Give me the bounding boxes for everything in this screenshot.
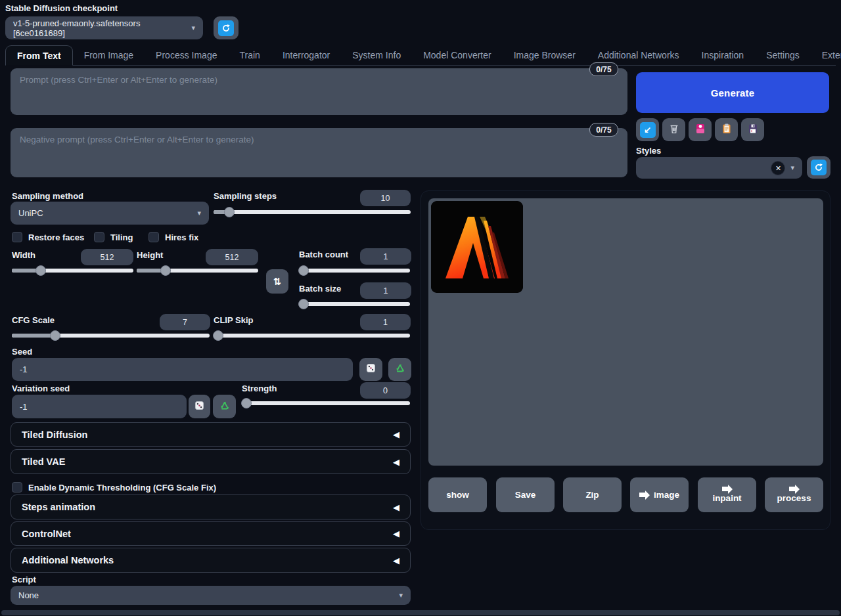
- tab-system-info[interactable]: System Info: [341, 45, 412, 65]
- recycle-icon: [394, 363, 405, 376]
- strength-slider[interactable]: [242, 398, 410, 408]
- hires-fix-checkbox[interactable]: Hires fix: [148, 232, 198, 242]
- clip-skip-value[interactable]: 1: [360, 314, 411, 330]
- accordion-tiled-diffusion[interactable]: Tiled Diffusion ◀: [11, 422, 411, 447]
- accordion-controlnet[interactable]: ControlNet ◀: [11, 521, 411, 546]
- refresh-icon: [811, 160, 827, 175]
- apply-style-button[interactable]: [715, 118, 738, 141]
- cfg-scale-value[interactable]: 7: [160, 314, 210, 330]
- send-to-inpaint-button[interactable]: inpaint: [698, 477, 756, 512]
- accordion-tiled-vae[interactable]: Tiled VAE ◀: [11, 449, 411, 474]
- height-slider[interactable]: [137, 265, 258, 276]
- chevron-left-icon: ◀: [393, 457, 399, 467]
- height-value[interactable]: 512: [206, 249, 258, 265]
- script-value: None: [18, 590, 39, 600]
- accordion-steps-animation[interactable]: Steps animation ◀: [11, 495, 411, 519]
- accordion-additional-networks[interactable]: Additional Networks ◀: [11, 548, 411, 573]
- width-slider[interactable]: [12, 265, 133, 276]
- checkpoint-select[interactable]: v1-5-pruned-emaonly.safetensors [6ce0161…: [5, 16, 203, 39]
- refresh-icon: [218, 20, 234, 36]
- tab-process-image[interactable]: Process Image: [145, 45, 228, 65]
- horizontal-scrollbar[interactable]: [1, 610, 840, 615]
- clip-skip-slider[interactable]: [214, 330, 410, 341]
- save-button[interactable]: Save: [496, 477, 555, 512]
- sampling-steps-value[interactable]: 10: [360, 190, 411, 206]
- sampling-method-label: Sampling method: [12, 191, 83, 201]
- gallery: [428, 198, 823, 466]
- extra-networks-button[interactable]: [689, 118, 712, 141]
- width-label: Width: [12, 250, 35, 260]
- variation-random-button[interactable]: [189, 395, 210, 418]
- tab-settings[interactable]: Settings: [755, 45, 811, 65]
- restore-faces-label: Restore faces: [28, 232, 84, 242]
- tiling-label: Tiling: [110, 232, 133, 242]
- cfg-scale-slider[interactable]: [12, 330, 210, 341]
- arrow-right-icon: [639, 493, 645, 497]
- variation-seed-input[interactable]: [12, 395, 187, 418]
- tab-bar: From Text From Image Process Image Train…: [5, 45, 836, 66]
- dynamic-thresholding-checkbox[interactable]: Enable Dynamic Thresholding (CFG Scale F…: [12, 482, 216, 493]
- script-select[interactable]: None ▾: [11, 586, 411, 605]
- prompt-input[interactable]: [11, 68, 627, 115]
- dice-icon: [365, 363, 376, 376]
- tab-from-image[interactable]: From Image: [73, 45, 145, 65]
- batch-size-slider[interactable]: [299, 299, 410, 309]
- tiling-checkbox[interactable]: Tiling: [94, 232, 133, 242]
- script-label: Script: [12, 575, 36, 584]
- dice-icon: [194, 400, 205, 414]
- tab-train[interactable]: Train: [228, 45, 271, 65]
- swap-dimensions-button[interactable]: ⇅: [266, 269, 288, 294]
- paste-params-button[interactable]: ↙: [636, 118, 659, 141]
- clear-prompt-button[interactable]: [662, 118, 685, 141]
- close-icon: ×: [775, 163, 781, 173]
- batch-count-value[interactable]: 1: [360, 248, 411, 265]
- seed-input[interactable]: [12, 358, 353, 381]
- prompt-token-counter: 0/75: [589, 62, 618, 76]
- prompt-container: [11, 68, 627, 115]
- seed-reuse-button[interactable]: [388, 358, 411, 381]
- show-button[interactable]: show: [428, 477, 487, 512]
- restore-faces-checkbox[interactable]: Restore faces: [12, 232, 84, 242]
- send-to-image-button[interactable]: image: [630, 477, 689, 512]
- tab-from-text[interactable]: From Text: [5, 45, 73, 66]
- sampling-steps-slider[interactable]: [214, 207, 411, 217]
- tab-interrogator[interactable]: Interrogator: [271, 45, 341, 65]
- cfg-scale-label: CFG Scale: [12, 315, 55, 325]
- zip-button[interactable]: Zip: [563, 477, 622, 512]
- checkbox-icon: [148, 232, 159, 242]
- checkbox-icon: [94, 232, 104, 242]
- dynamic-thresholding-label: Enable Dynamic Thresholding (CFG Scale F…: [28, 483, 216, 493]
- chevron-left-icon: ◀: [393, 502, 399, 512]
- styles-select[interactable]: × ▾: [636, 157, 802, 179]
- checkpoint-refresh-button[interactable]: [214, 16, 239, 39]
- save-style-button[interactable]: [741, 118, 764, 141]
- batch-size-value[interactable]: 1: [360, 282, 411, 299]
- batch-count-slider[interactable]: [299, 265, 410, 276]
- gallery-thumbnail[interactable]: [431, 201, 523, 293]
- chevron-down-icon: ▾: [790, 164, 794, 172]
- arrow-right-icon: [722, 487, 728, 491]
- chevron-down-icon: ▾: [191, 24, 195, 32]
- apply-style-icon: [721, 123, 733, 137]
- batch-count-label: Batch count: [299, 250, 348, 259]
- negative-prompt-input[interactable]: [11, 128, 627, 177]
- styles-refresh-button[interactable]: [807, 156, 830, 179]
- width-value[interactable]: 512: [81, 249, 133, 265]
- strength-value[interactable]: 0: [360, 382, 411, 399]
- tab-extensions[interactable]: Extensions: [811, 45, 841, 65]
- checkbox-icon: [12, 482, 22, 493]
- send-to-process-button[interactable]: process: [765, 477, 823, 512]
- variation-reuse-button[interactable]: [213, 395, 236, 418]
- paste-params-icon: ↙: [640, 122, 656, 138]
- height-label: Height: [137, 250, 163, 260]
- tab-inspiration[interactable]: Inspiration: [691, 45, 756, 65]
- sampling-method-select[interactable]: UniPC ▾: [11, 202, 209, 225]
- generate-button[interactable]: Generate: [636, 72, 829, 113]
- styles-clear-button[interactable]: ×: [771, 161, 785, 175]
- generated-image-logo: [431, 201, 523, 293]
- batch-size-label: Batch size: [299, 284, 341, 294]
- tab-image-browser[interactable]: Image Browser: [503, 45, 587, 65]
- negative-prompt-container: [11, 128, 627, 177]
- seed-random-button[interactable]: [359, 358, 382, 381]
- tab-model-converter[interactable]: Model Converter: [412, 45, 503, 65]
